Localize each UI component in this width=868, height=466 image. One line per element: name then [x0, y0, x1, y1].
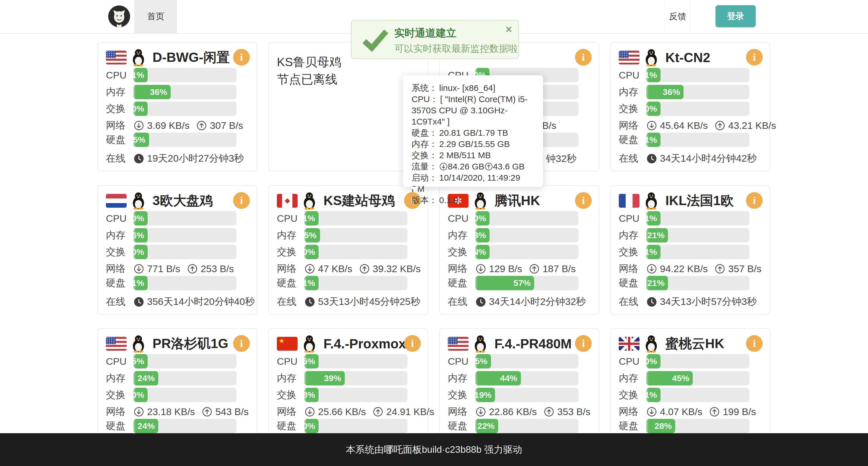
metric-row-net: 网络 47 KB/s 39.32 KB/s [277, 262, 421, 276]
disk-progress-track: 1% [133, 276, 237, 290]
card-header: F.4.-Proxmox [277, 335, 406, 353]
metric-row-swap: 交换0% [619, 102, 749, 116]
metric-label-swap: 交换 [619, 245, 646, 259]
metric-row-swap: 交换N% [448, 245, 579, 259]
tooltip-line-label: CPU： [411, 94, 438, 104]
metric-label-net: 网络 [277, 262, 305, 275]
mem-progress-track: 45% [646, 371, 749, 386]
disk-percent-value: 24% [137, 419, 155, 433]
info-icon[interactable]: i [575, 49, 592, 66]
country-flag-icon-cn [277, 337, 298, 351]
uptime-value: 34天14小时2分钟32秒 [475, 295, 586, 308]
network-speeds: 47 KB/s 39.32 KB/s [305, 263, 421, 274]
metric-label-net: 网络 [448, 405, 475, 418]
toast-close-icon[interactable]: × [506, 24, 512, 35]
swap-progress-fill: 1% [646, 388, 660, 402]
swap-progress-track: 1% [646, 388, 749, 402]
metric-row-uptime: 在线 34天14小时2分钟32秒 [448, 295, 586, 309]
tooltip-line-label: 流量： [411, 162, 437, 171]
info-icon[interactable]: i [575, 335, 592, 352]
info-icon[interactable]: i [746, 335, 763, 352]
metric-label-swap: 交换 [619, 388, 646, 402]
card-header: PR洛杉矶1G [106, 335, 228, 353]
metric-row-mem: 内存39% [277, 371, 407, 386]
network-down-value: 25.66 KB/s [318, 406, 366, 418]
info-icon[interactable]: i [233, 192, 250, 209]
metric-row-net: 网络 22.86 KB/s 353 B/s [448, 404, 591, 419]
upload-arrow-icon [359, 264, 370, 274]
metric-label-net: 网络 [106, 405, 133, 418]
metric-label-net: 网络 [619, 262, 646, 275]
network-up-value: 43.21 KB/s [728, 120, 776, 131]
nav-feedback[interactable]: 反馈 [664, 0, 691, 33]
network-down-value: 771 B/s [147, 263, 180, 274]
info-icon[interactable]: i [404, 335, 421, 352]
cat-meme-logo-icon [108, 5, 130, 27]
tab-home[interactable]: 首页 [134, 0, 177, 33]
mem-progress-fill: 24% [133, 371, 158, 386]
metric-label-net: 网络 [106, 119, 133, 132]
metric-row-swap: 交换0% [106, 102, 237, 116]
metric-label-swap: 交换 [448, 245, 475, 259]
network-speeds: 22.86 KB/s 353 B/s [475, 406, 591, 418]
login-button[interactable]: 登录 [715, 5, 756, 27]
country-flag-icon-us [448, 337, 468, 351]
upload-arrow-icon [373, 406, 383, 417]
tooltip-line-label: 版本： [411, 195, 437, 205]
network-up-value: 357 B/s [728, 263, 761, 274]
linux-tux-icon [644, 48, 659, 66]
disk-progress-track: 11% [646, 133, 749, 147]
tooltip-line-value: 2 MB/511 MB [439, 151, 491, 160]
swap-progress-track: 0% [133, 102, 237, 116]
country-flag-icon-us [106, 51, 127, 64]
upload-arrow-icon [202, 406, 212, 417]
info-icon[interactable]: i [233, 49, 250, 66]
footer-text-prefix: 本系统由 [346, 443, 384, 456]
uptime-value: 34天14小时4分钟42秒 [646, 152, 756, 165]
mem-percent-value: 39% [324, 371, 341, 386]
uptime-text: 53天13小时45分钟25秒 [318, 295, 420, 308]
server-name: KS建站母鸡 [323, 192, 395, 210]
mem-progress-fill: 39% [305, 371, 345, 386]
metric-row-cpu: CPU0% [619, 354, 749, 368]
network-down-value: 45.64 KB/s [660, 120, 708, 131]
swap-percent-value: 0% [645, 102, 657, 116]
footer-panel-link[interactable]: 哪吒面板 [384, 443, 422, 456]
swap-progress-fill: 0% [305, 245, 319, 259]
tooltip-line: CPU：[ "Intel(R) Core(TM) i5-3570S CPU @ … [411, 94, 534, 127]
info-icon[interactable]: i [746, 192, 763, 209]
disk-progress-fill: 11% [646, 133, 660, 147]
tooltip-line-value: 20.81 GB/1.79 TB [439, 128, 508, 137]
metric-row-disk: 硬盘57% [448, 276, 579, 290]
metric-label-swap: 交换 [106, 388, 133, 402]
metric-row-net: 网络 4.07 KB/s 199 B/s [619, 404, 756, 419]
metric-label-net: 网络 [448, 262, 475, 275]
metric-row-cpu: CPU15% [448, 354, 579, 368]
info-icon[interactable]: i [233, 335, 250, 352]
metric-row-cpu: CPU1% [106, 68, 237, 82]
swap-progress-track: 0% [133, 388, 237, 402]
metric-row-mem: 内存6% [106, 228, 237, 242]
upload-arrow-icon [544, 406, 554, 417]
country-flag-icon-gb [619, 337, 640, 351]
swap-progress-fill: 0% [133, 245, 148, 259]
site-logo[interactable] [108, 5, 130, 27]
metric-row-mem: 内存45% [619, 371, 749, 386]
metric-label-net: 网络 [619, 119, 646, 132]
info-icon[interactable]: i [575, 192, 592, 209]
cpu-percent-value: 15% [470, 354, 488, 368]
linux-tux-icon [302, 335, 317, 353]
mem-percent-value: 3% [474, 228, 486, 242]
network-down-value: 23.18 KB/s [147, 406, 195, 418]
info-icon[interactable]: i [746, 49, 763, 66]
metric-label-net: 网络 [619, 405, 646, 418]
network-down-value: 47 KB/s [318, 263, 352, 274]
metric-row-disk: 硬盘10% [277, 419, 407, 433]
network-up-value: 39.32 KB/s [373, 263, 421, 274]
metric-label-disk: 硬盘 [106, 420, 133, 433]
disk-percent-value: 22% [477, 419, 495, 433]
disk-progress-fill: 10% [305, 419, 319, 433]
metric-label-mem: 内存 [277, 372, 305, 385]
network-speeds: 94.22 KB/s 357 B/s [646, 263, 762, 274]
disk-progress-track: 22% [475, 419, 579, 433]
